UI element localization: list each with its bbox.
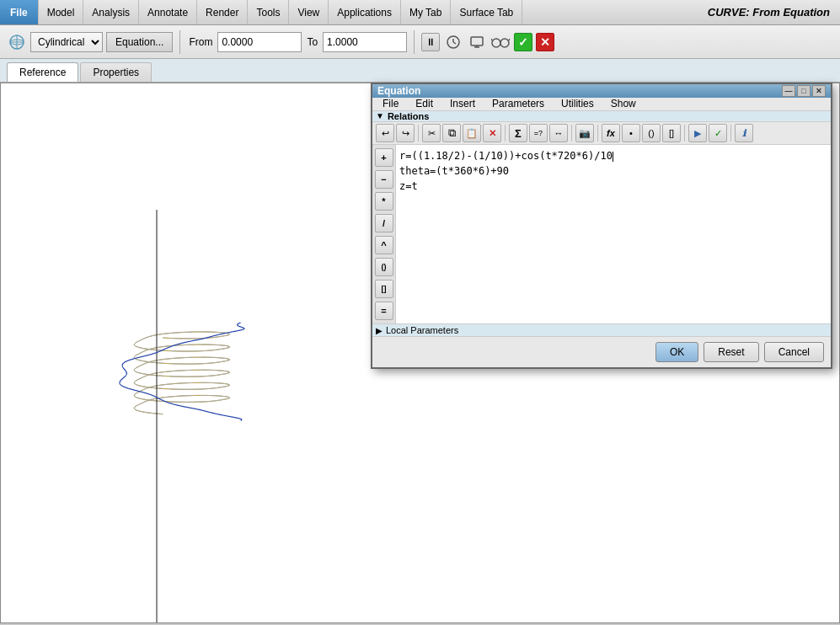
display-icon[interactable] xyxy=(467,32,487,52)
cancel-button[interactable]: Cancel xyxy=(764,342,824,362)
stretch-button[interactable]: ↔ xyxy=(549,124,568,142)
dialog-menu-file[interactable]: File xyxy=(376,98,405,110)
separator-1 xyxy=(179,30,180,54)
from-label: From xyxy=(189,36,212,48)
relations-header[interactable]: ▼ Relations xyxy=(372,111,831,123)
accept-button[interactable]: ✓ xyxy=(514,33,532,51)
dtb-sep-1 xyxy=(418,125,419,142)
dtb-sep-6 xyxy=(730,125,731,142)
dialog-menubar: File Edit Insert Parameters Utilities Sh… xyxy=(372,98,831,110)
local-params-header[interactable]: ▶ Local Parameters xyxy=(372,323,831,337)
dialog-toolbar: ↩ ↪ ✂ ⧉ 📋 ✕ Σ =? ↔ 📷 fx • () [] ▶ ✓ ℹ xyxy=(372,122,831,145)
dialog-menu-show[interactable]: Show xyxy=(604,98,643,110)
info-button[interactable]: ℹ xyxy=(735,124,753,142)
undo-button[interactable]: ↩ xyxy=(376,124,394,142)
delete-button[interactable]: ✕ xyxy=(483,124,501,142)
dot-button[interactable]: • xyxy=(622,124,640,142)
cursor xyxy=(613,152,613,162)
dtb-sep-4 xyxy=(597,125,598,142)
menu-mytab[interactable]: My Tab xyxy=(401,0,451,24)
svg-line-13 xyxy=(509,39,510,40)
op-bracket[interactable]: [] xyxy=(375,280,393,298)
op-multiply[interactable]: * xyxy=(375,192,393,211)
verify-button[interactable]: ✓ xyxy=(709,124,727,142)
menu-applications[interactable]: Applications xyxy=(329,0,401,24)
coord-type-dropdown[interactable]: Cylindrical Cartesian Spherical xyxy=(30,32,103,52)
equation-dialog: Equation — □ ✕ File Edit Insert Paramete… xyxy=(371,83,832,369)
dialog-titlebar: Equation — □ ✕ xyxy=(372,84,831,98)
pause-button[interactable]: ⏸ xyxy=(421,33,440,51)
svg-line-6 xyxy=(453,42,456,44)
equation-button[interactable]: Equation... xyxy=(106,32,173,52)
ok-button[interactable]: OK xyxy=(655,342,698,362)
menu-surfacetab[interactable]: Surface Tab xyxy=(451,0,522,24)
switch-button[interactable]: ▶ xyxy=(688,124,707,142)
op-plus[interactable]: + xyxy=(375,148,393,167)
reject-button[interactable]: ✕ xyxy=(536,33,554,51)
bracket-button[interactable]: [] xyxy=(662,124,681,142)
copy-button[interactable]: ⧉ xyxy=(442,124,461,142)
paste-button[interactable]: 📋 xyxy=(463,124,481,142)
op-equals[interactable]: = xyxy=(375,302,393,320)
menu-annotate[interactable]: Annotate xyxy=(139,0,197,24)
equals-button[interactable]: =? xyxy=(529,124,548,142)
op-divide[interactable]: / xyxy=(375,214,393,232)
equation-editor[interactable]: r=((1.18/2)-(1/10))+cos(t*720*6)/10 thet… xyxy=(396,145,831,323)
paren-button[interactable]: () xyxy=(642,124,661,142)
op-power[interactable]: ^ xyxy=(375,236,393,254)
reset-button[interactable]: Reset xyxy=(704,342,758,362)
dialog-content: + − * / ^ () [] = r=((1.18/2)-(1/10))+co… xyxy=(372,145,831,323)
tab-bar: Reference Properties xyxy=(0,59,840,83)
dialog-menu-insert[interactable]: Insert xyxy=(443,98,482,110)
main-area: Equation — □ ✕ File Edit Insert Paramete… xyxy=(0,83,840,623)
equation-line-2: theta=(t*360*6)+90 xyxy=(399,163,827,179)
dialog-minimize[interactable]: — xyxy=(782,85,795,97)
cut-button[interactable]: ✂ xyxy=(422,124,441,142)
dialog-restore[interactable]: □ xyxy=(797,85,811,97)
menu-render[interactable]: Render xyxy=(197,0,248,24)
dialog-footer: OK Reset Cancel xyxy=(372,337,831,367)
relations-arrow: ▼ xyxy=(376,111,384,120)
relations-label: Relations xyxy=(388,111,430,121)
tab-properties[interactable]: Properties xyxy=(80,62,152,82)
separator-2 xyxy=(414,30,415,54)
dialog-menu-edit[interactable]: Edit xyxy=(409,98,440,110)
menubar: File Model Analysis Annotate Render Tool… xyxy=(0,0,840,25)
from-input[interactable] xyxy=(217,32,302,52)
wireframe-canvas xyxy=(1,83,363,622)
menu-analysis[interactable]: Analysis xyxy=(83,0,139,24)
dialog-close[interactable]: ✕ xyxy=(812,85,826,97)
glasses-icon[interactable] xyxy=(490,32,511,52)
window-title: CURVE: From Equation xyxy=(698,0,840,24)
equation-line-3: z=t xyxy=(399,179,827,194)
local-params-label: Local Parameters xyxy=(386,325,458,335)
snapshot-button[interactable]: 📷 xyxy=(575,124,594,142)
dialog-controls: — □ ✕ xyxy=(782,85,826,97)
menu-file[interactable]: File xyxy=(0,0,39,24)
coord-icon xyxy=(7,32,27,52)
local-params-arrow: ▶ xyxy=(376,326,383,335)
main-toolbar: Cylindrical Cartesian Spherical Equation… xyxy=(0,25,840,59)
op-minus[interactable]: − xyxy=(375,170,393,189)
dtb-sep-2 xyxy=(505,125,506,142)
dialog-title: Equation xyxy=(377,85,420,97)
redo-button[interactable]: ↪ xyxy=(396,124,415,142)
dialog-menu-parameters[interactable]: Parameters xyxy=(485,98,551,110)
to-label: To xyxy=(307,36,318,48)
tab-reference[interactable]: Reference xyxy=(7,62,78,82)
menu-view[interactable]: View xyxy=(289,0,329,24)
fx-button[interactable]: fx xyxy=(602,124,620,142)
operator-sidebar: + − * / ^ () [] = xyxy=(372,145,396,323)
svg-point-10 xyxy=(492,39,500,47)
dtb-sep-5 xyxy=(684,125,685,142)
clock-icon[interactable] xyxy=(443,32,463,52)
menu-model[interactable]: Model xyxy=(39,0,84,24)
coord-select[interactable]: Cylindrical Cartesian Spherical xyxy=(30,32,103,52)
op-paren[interactable]: () xyxy=(375,258,393,276)
sigma-button[interactable]: Σ xyxy=(509,124,527,142)
dialog-menu-utilities[interactable]: Utilities xyxy=(554,98,601,110)
menu-tools[interactable]: Tools xyxy=(248,0,289,24)
to-input[interactable] xyxy=(323,32,407,52)
equation-line-1: r=((1.18/2)-(1/10))+cos(t*720*6)/10 xyxy=(399,148,827,163)
svg-line-12 xyxy=(491,39,492,40)
